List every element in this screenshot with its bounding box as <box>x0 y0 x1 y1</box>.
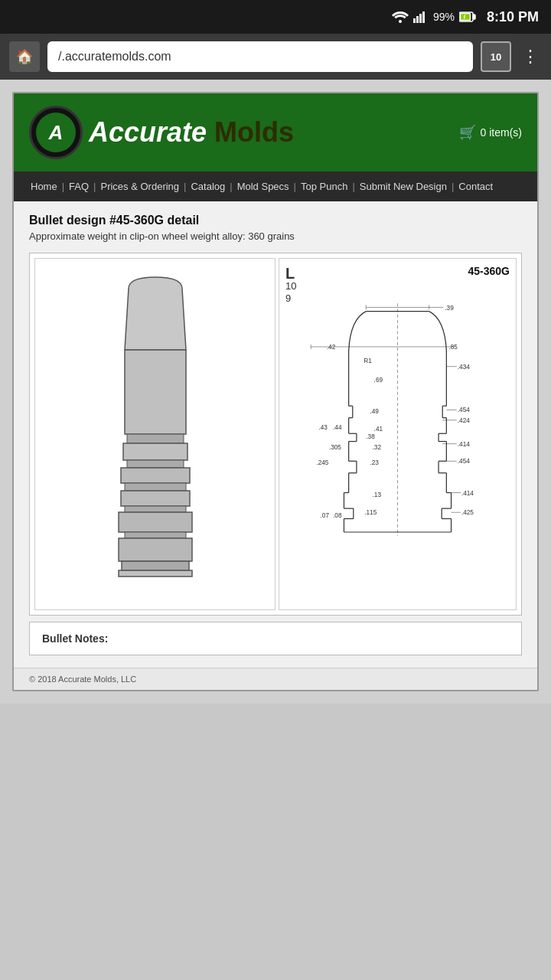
svg-rect-17 <box>121 491 190 506</box>
svg-rect-19 <box>119 512 192 532</box>
logo-circle: A <box>29 106 83 159</box>
svg-rect-11 <box>125 350 186 434</box>
svg-rect-21 <box>119 538 192 561</box>
browser-menu-button[interactable]: ⋮ <box>519 47 542 67</box>
bullet-image-box <box>34 258 276 610</box>
svg-rect-6 <box>473 15 475 19</box>
svg-point-0 <box>399 20 402 23</box>
battery-percent: 99% <box>433 11 455 23</box>
diagram-container: L 109 45-360G <box>29 253 522 616</box>
nav-submit-design[interactable]: Submit New Design <box>355 178 452 195</box>
nav-contact[interactable]: Contact <box>454 178 497 195</box>
page-subtitle: Approximate weight in clip-on wheel weig… <box>29 230 522 242</box>
svg-text:.434: .434 <box>458 364 470 371</box>
tabs-button[interactable]: 10 <box>481 41 511 72</box>
browser-home-button[interactable]: 🏠 <box>9 41 40 72</box>
svg-text:.38: .38 <box>366 433 375 440</box>
notes-label: Bullet Notes: <box>42 632 108 645</box>
svg-text:.454: .454 <box>458 458 470 465</box>
svg-text:.07: .07 <box>321 512 330 519</box>
svg-text:.41: .41 <box>374 426 383 433</box>
svg-text:.85: .85 <box>448 344 458 351</box>
svg-rect-12 <box>127 434 184 443</box>
logo-text: Accurate Molds <box>89 116 294 149</box>
nav-top-punch[interactable]: Top Punch <box>296 178 352 195</box>
status-icons: 99% 8:10 PM <box>392 9 539 25</box>
svg-text:.39: .39 <box>445 305 454 312</box>
svg-text:.414: .414 <box>458 441 470 448</box>
bullet-illustration <box>79 273 232 595</box>
svg-rect-13 <box>123 443 187 460</box>
site-header: A Accurate Molds 🛒 0 item(s) <box>14 93 537 172</box>
svg-rect-1 <box>413 18 416 23</box>
svg-rect-2 <box>416 16 419 23</box>
svg-text:.49: .49 <box>370 409 379 416</box>
svg-text:.08: .08 <box>333 512 342 519</box>
status-bar: 99% 8:10 PM <box>0 0 551 34</box>
browser-chrome: 🏠 10 ⋮ <box>0 34 551 80</box>
main-content: A Accurate Molds 🛒 0 item(s) Home | FAQ … <box>0 80 551 704</box>
svg-rect-16 <box>125 483 186 491</box>
logo-molds: Molds <box>207 116 294 148</box>
svg-rect-4 <box>422 11 425 23</box>
svg-text:.42: .42 <box>327 344 336 351</box>
page-title: Bullet design #45-360G detail <box>29 214 522 227</box>
diagram-code: 45-360G <box>468 265 510 277</box>
svg-text:.115: .115 <box>364 509 377 516</box>
svg-rect-14 <box>127 460 184 468</box>
svg-text:.454: .454 <box>458 407 470 413</box>
svg-text:.305: .305 <box>329 444 341 451</box>
cart-icon: 🛒 <box>459 124 476 141</box>
svg-text:.414: .414 <box>461 490 474 497</box>
svg-text:R1: R1 <box>364 358 372 364</box>
nav-prices[interactable]: Prices & Ordering <box>96 178 184 195</box>
svg-text:.424: .424 <box>458 417 470 424</box>
svg-text:.43: .43 <box>319 424 328 431</box>
svg-rect-20 <box>125 532 186 538</box>
svg-rect-3 <box>419 14 422 23</box>
logo-accurate: Accurate <box>89 116 207 148</box>
svg-text:.32: .32 <box>373 444 382 451</box>
svg-rect-15 <box>121 468 190 483</box>
copyright-text: © 2018 Accurate Molds, LLC <box>29 675 136 684</box>
svg-rect-23 <box>119 570 192 577</box>
svg-text:.44: .44 <box>333 424 342 431</box>
site-logo: A Accurate Molds <box>29 106 294 159</box>
svg-text:.69: .69 <box>374 377 383 384</box>
site-nav: Home | FAQ | Prices & Ordering | Catalog… <box>14 172 537 201</box>
battery-icon <box>459 11 476 22</box>
wifi-icon <box>392 11 409 23</box>
svg-rect-18 <box>125 506 186 512</box>
site-footer: © 2018 Accurate Molds, LLC <box>14 668 537 690</box>
url-bar[interactable] <box>47 41 473 72</box>
svg-text:.245: .245 <box>316 459 328 466</box>
svg-text:.13: .13 <box>373 492 382 498</box>
nav-mold-specs[interactable]: Mold Specs <box>233 178 294 195</box>
signal-icon <box>413 11 429 23</box>
site-wrapper: A Accurate Molds 🛒 0 item(s) Home | FAQ … <box>12 92 539 691</box>
page-content: Bullet design #45-360G detail Approximat… <box>14 201 537 668</box>
cart-area[interactable]: 🛒 0 item(s) <box>459 124 522 141</box>
svg-rect-22 <box>122 561 189 570</box>
status-time: 8:10 PM <box>487 9 539 25</box>
notes-section: Bullet Notes: <box>29 622 522 655</box>
bullet-diagram-box: L 109 45-360G <box>279 258 517 610</box>
cart-count: 0 item(s) <box>481 126 522 139</box>
svg-text:.425: .425 <box>461 509 474 516</box>
tech-diagram: .39 .85 .42 R1 <box>279 297 516 609</box>
tabs-count: 10 <box>491 51 501 63</box>
logo-circle-inner: A <box>36 113 76 152</box>
nav-faq[interactable]: FAQ <box>64 178 93 195</box>
svg-text:.23: .23 <box>370 459 379 466</box>
nav-home[interactable]: Home <box>26 178 62 195</box>
logo-letter: A <box>49 121 64 145</box>
nav-catalog[interactable]: Catalog <box>186 178 230 195</box>
